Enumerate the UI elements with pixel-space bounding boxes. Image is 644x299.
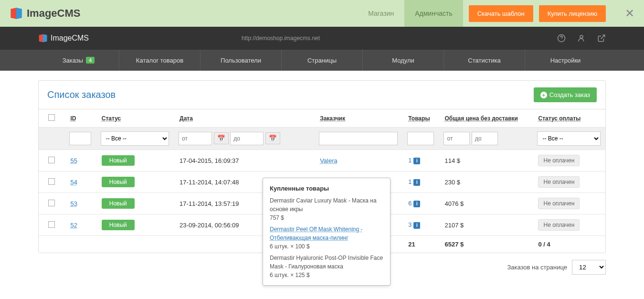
logo-text: ImageCMS xyxy=(27,7,80,20)
filter-date-from[interactable] xyxy=(179,132,212,145)
filter-id-input[interactable] xyxy=(69,132,91,145)
tooltip-item-price: 757 $ xyxy=(270,214,383,222)
order-price: 114 $ xyxy=(439,150,532,171)
order-price: 2107 $ xyxy=(439,214,532,236)
order-id-link[interactable]: 52 xyxy=(70,222,77,229)
help-icon[interactable] xyxy=(557,34,566,43)
tooltip-item-qty: 6 штук. × 125 $ xyxy=(270,271,383,279)
orders-badge: 4 xyxy=(86,57,95,64)
header-status[interactable]: Статус xyxy=(102,115,121,122)
calendar-to-icon[interactable]: 📅 xyxy=(265,132,280,144)
total-price: 6527 $ xyxy=(439,236,532,253)
nav-admin[interactable]: Админчасть xyxy=(404,0,463,27)
create-order-button[interactable]: Создать заказ xyxy=(534,87,597,102)
filter-customer-input[interactable] xyxy=(319,132,398,145)
close-icon[interactable]: ✕ xyxy=(625,7,634,20)
demo-url[interactable]: http://demoshop.imagecms.net xyxy=(242,35,320,42)
filter-pay-select[interactable]: -- Все -- xyxy=(537,131,601,146)
filter-date-to[interactable] xyxy=(230,132,264,145)
pay-status-badge: Не оплачен xyxy=(538,176,580,188)
order-price: 4076 $ xyxy=(439,193,532,214)
filter-status-select[interactable]: -- Все -- xyxy=(101,131,169,146)
pay-status-badge: Не оплачен xyxy=(538,198,580,209)
order-id-link[interactable]: 54 xyxy=(70,179,77,186)
nav-shop[interactable]: Магазин xyxy=(358,0,404,27)
menu-orders[interactable]: Заказы4 xyxy=(38,50,119,71)
order-id-link[interactable]: 55 xyxy=(70,157,77,164)
filter-goods-input[interactable] xyxy=(407,132,434,145)
menu-catalog[interactable]: Каталог товаров xyxy=(119,50,201,71)
header-goods[interactable]: Товары xyxy=(408,115,430,122)
header-customer[interactable]: Заказчик xyxy=(320,115,345,122)
header-pay[interactable]: Статус оплаты xyxy=(538,115,581,122)
header-id[interactable]: ID xyxy=(70,115,76,122)
logo-small: ImageCMS xyxy=(38,33,89,43)
select-all-checkbox[interactable] xyxy=(48,114,55,121)
menu-pages[interactable]: Страницы xyxy=(282,50,363,71)
calendar-from-icon[interactable]: 📅 xyxy=(214,132,229,144)
pager-select[interactable]: 12 xyxy=(572,260,606,275)
status-badge: Новый xyxy=(102,198,135,209)
pay-status-badge: Не оплачен xyxy=(538,219,580,231)
logo-small-text: ImageCMS xyxy=(51,34,89,43)
info-icon[interactable]: i xyxy=(413,201,420,207)
external-link-icon[interactable] xyxy=(597,34,606,43)
pay-status-badge: Не оплачен xyxy=(538,155,580,166)
filter-price-to[interactable] xyxy=(472,132,498,145)
status-badge: Новый xyxy=(102,177,135,187)
goods-tooltip: Купленные товары Dermastir Caviar Luxury… xyxy=(263,178,391,286)
row-checkbox[interactable] xyxy=(48,200,55,206)
row-checkbox[interactable] xyxy=(48,221,55,228)
order-id-link[interactable]: 53 xyxy=(70,200,77,207)
menu-modules[interactable]: Модули xyxy=(363,50,444,71)
download-template-button[interactable]: Скачать шаблон xyxy=(469,5,533,22)
row-checkbox[interactable] xyxy=(48,178,55,185)
goods-count: 3 xyxy=(408,221,412,228)
order-date: 17-04-2015, 16:09:37 xyxy=(174,150,314,171)
order-price: 230 $ xyxy=(439,171,532,193)
logo-main: ImageCMS xyxy=(10,7,80,20)
goods-count: 1 xyxy=(408,178,412,185)
tooltip-item: Dermastir Hyaluronic Post-OP Invisible F… xyxy=(270,254,383,271)
status-badge: Новый xyxy=(102,220,135,230)
buy-license-button[interactable]: Купить лицензию xyxy=(539,5,606,22)
svg-point-1 xyxy=(580,35,583,38)
tooltip-item-qty: 6 штук. × 100 $ xyxy=(270,242,383,251)
table-row: 55 Новый 17-04-2015, 16:09:37 Valera 1i … xyxy=(39,150,605,171)
customer-link[interactable]: Valera xyxy=(320,157,338,164)
info-icon[interactable]: i xyxy=(413,222,420,229)
user-icon[interactable] xyxy=(577,34,586,43)
filter-price-from[interactable] xyxy=(443,132,470,145)
total-goods: 21 xyxy=(402,236,439,253)
goods-count: 6 xyxy=(408,200,412,207)
tooltip-title: Купленные товары xyxy=(270,184,383,193)
menu-settings[interactable]: Настройки xyxy=(525,50,606,71)
goods-count: 1 xyxy=(408,157,412,164)
info-icon[interactable]: i xyxy=(413,179,420,186)
menu-users[interactable]: Пользователи xyxy=(201,50,282,71)
info-icon[interactable]: i xyxy=(413,158,420,164)
menu-stats[interactable]: Статистика xyxy=(444,50,525,71)
tooltip-item-link[interactable]: Dermastir Peel Off Mask Whitening - Отбе… xyxy=(270,226,363,241)
tooltip-item: Dermastir Caviar Luxury Mask - Маска на … xyxy=(270,196,383,214)
header-total[interactable]: Общая цена без доставки xyxy=(444,115,518,122)
row-checkbox[interactable] xyxy=(48,157,55,163)
pager-label: Заказов на странице xyxy=(507,264,567,271)
total-pay: 0 / 4 xyxy=(532,236,605,253)
page-title: Список заказов xyxy=(47,89,116,100)
status-badge: Новый xyxy=(102,155,135,166)
header-date[interactable]: Дата xyxy=(179,115,193,122)
